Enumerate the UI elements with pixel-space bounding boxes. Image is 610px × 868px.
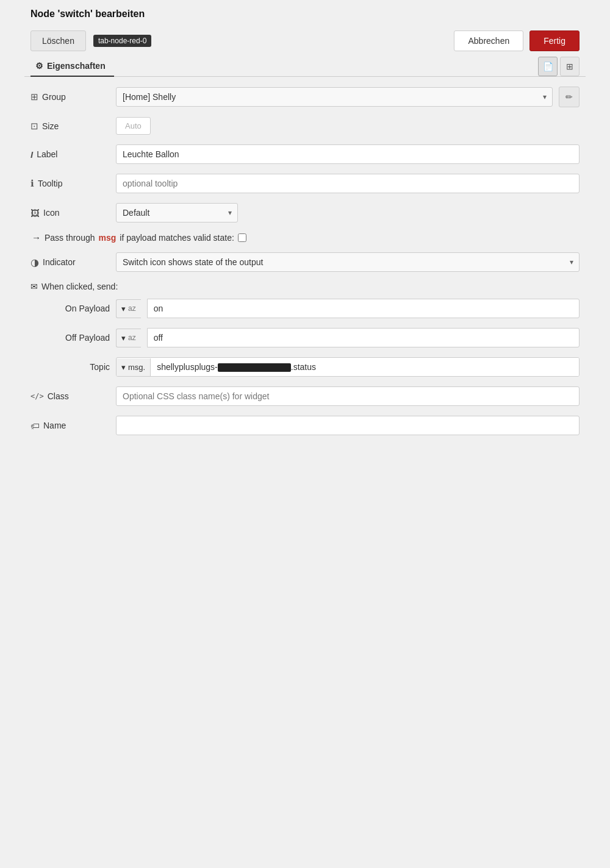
image-icon: 🖼 bbox=[30, 208, 40, 218]
delete-button[interactable]: Löschen bbox=[30, 30, 86, 51]
page-header: Node 'switch' bearbeiten bbox=[24, 0, 586, 26]
group-select[interactable]: [Home] Shelly bbox=[116, 87, 553, 107]
page-title: Node 'switch' bearbeiten bbox=[30, 9, 145, 19]
group-label: ⊞ Group bbox=[30, 91, 110, 102]
indicator-select[interactable]: Switch icon shows state of the output bbox=[116, 252, 580, 272]
topic-input-wrapper: ▾ msg. shellyplusplugs-.status bbox=[116, 357, 580, 377]
on-payload-row: On Payload ▾ az bbox=[30, 299, 580, 318]
cancel-button[interactable]: Abbrechen bbox=[454, 30, 523, 51]
tab-icons: 📄 ⊞ bbox=[538, 57, 580, 76]
class-label: </> Class bbox=[30, 391, 110, 401]
off-payload-row: Off Payload ▾ az bbox=[30, 328, 580, 347]
indicator-row: ◑ Indicator Switch icon shows state of t… bbox=[30, 252, 580, 272]
tag-icon: 🏷 bbox=[30, 421, 40, 431]
gear-icon: ⚙ bbox=[35, 61, 43, 71]
size-button[interactable]: Auto bbox=[116, 117, 151, 135]
icon-select-wrapper: Default ▾ bbox=[116, 203, 238, 222]
envelope-icon: ✉ bbox=[30, 282, 38, 291]
size-label: ⊡ Size bbox=[30, 121, 110, 132]
topic-row: Topic ▾ msg. shellyplusplugs-.status bbox=[30, 357, 580, 377]
group-icon: ⊞ bbox=[30, 91, 38, 102]
off-payload-label: Off Payload bbox=[30, 333, 110, 343]
on-payload-label: On Payload bbox=[30, 304, 110, 313]
size-row: ⊡ Size Auto bbox=[30, 117, 580, 135]
indicator-select-wrapper: Switch icon shows state of the output ▾ bbox=[116, 252, 580, 272]
tooltip-row: ℹ Tooltip bbox=[30, 174, 580, 193]
redacted-block bbox=[218, 363, 291, 372]
pass-through-text-2: if payload matches valid state: bbox=[120, 233, 234, 243]
size-icon: ⊡ bbox=[30, 121, 38, 132]
tab-properties-label: Eigenschaften bbox=[47, 61, 106, 71]
pass-through-row: → Pass through msg if payload matches va… bbox=[30, 232, 580, 243]
group-select-wrapper: [Home] Shelly ▾ bbox=[116, 87, 553, 107]
off-payload-input[interactable] bbox=[147, 328, 580, 347]
label-row: I Label bbox=[30, 144, 580, 164]
chevron-down-icon-5: ▾ bbox=[121, 333, 126, 343]
topic-type-button[interactable]: ▾ msg. bbox=[117, 358, 151, 376]
label-input[interactable] bbox=[116, 144, 580, 164]
text-icon: I bbox=[30, 149, 33, 160]
pass-through-text-1: Pass through bbox=[45, 233, 95, 243]
off-payload-type-button[interactable]: ▾ az bbox=[116, 329, 141, 347]
name-input[interactable] bbox=[116, 416, 580, 435]
on-payload-input[interactable] bbox=[147, 299, 580, 318]
arrow-icon: → bbox=[32, 232, 41, 243]
pass-through-msg: msg bbox=[99, 233, 117, 243]
off-payload-type-icon: az bbox=[128, 333, 136, 342]
indicator-label: ◑ Indicator bbox=[30, 257, 110, 268]
tooltip-input[interactable] bbox=[116, 174, 580, 193]
tooltip-label: ℹ Tooltip bbox=[30, 178, 110, 189]
class-input[interactable] bbox=[116, 386, 580, 406]
icon-row: 🖼 Icon Default ▾ bbox=[30, 203, 580, 222]
code-icon: </> bbox=[30, 392, 44, 400]
icon-label: 🖼 Icon bbox=[30, 208, 110, 218]
group-edit-button[interactable]: ✏ bbox=[559, 87, 580, 107]
topic-value-display: shellyplusplugs-.status bbox=[151, 358, 579, 376]
topic-type-label: msg. bbox=[128, 363, 145, 372]
tabs-row: ⚙ Eigenschaften 📄 ⊞ bbox=[24, 56, 586, 77]
name-row: 🏷 Name bbox=[30, 416, 580, 435]
when-clicked-section: ✉ When clicked, send: bbox=[30, 282, 580, 291]
on-payload-type-icon: az bbox=[128, 304, 136, 313]
info-icon: ℹ bbox=[30, 178, 34, 189]
group-row: ⊞ Group [Home] Shelly ▾ ✏ bbox=[30, 87, 580, 107]
done-button[interactable]: Fertig bbox=[529, 30, 580, 51]
label-label: I Label bbox=[30, 149, 110, 160]
toggle-icon: ◑ bbox=[30, 257, 39, 268]
tab-icon-layout[interactable]: ⊞ bbox=[560, 57, 580, 76]
on-payload-type-button[interactable]: ▾ az bbox=[116, 299, 141, 318]
tab-properties[interactable]: ⚙ Eigenschaften bbox=[30, 56, 114, 77]
pass-through-checkbox[interactable] bbox=[238, 233, 246, 242]
toolbar: Löschen tab-node-red-0 Abbrechen Fertig bbox=[24, 26, 586, 56]
tooltip-tag: tab-node-red-0 bbox=[93, 35, 151, 47]
name-label: 🏷 Name bbox=[30, 421, 110, 431]
form-body: ⊞ Group [Home] Shelly ▾ ✏ ⊡ Size Auto I bbox=[24, 77, 586, 457]
chevron-down-icon-6: ▾ bbox=[121, 363, 126, 372]
class-row: </> Class bbox=[30, 386, 580, 406]
chevron-down-icon-4: ▾ bbox=[121, 304, 126, 313]
topic-label: Topic bbox=[30, 362, 110, 372]
icon-select[interactable]: Default bbox=[116, 203, 238, 222]
tab-icon-notes[interactable]: 📄 bbox=[538, 57, 558, 76]
